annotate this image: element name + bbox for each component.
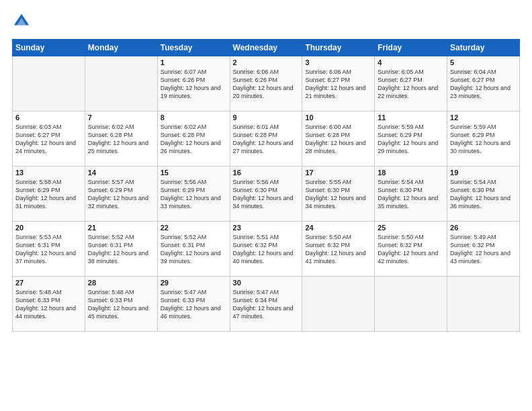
- calendar-cell: 6Sunrise: 6:03 AM Sunset: 6:27 PM Daylig…: [13, 111, 85, 167]
- day-info: Sunrise: 5:51 AM Sunset: 6:32 PM Dayligh…: [233, 233, 300, 266]
- day-number: 29: [161, 279, 227, 287]
- day-info: Sunrise: 6:06 AM Sunset: 6:27 PM Dayligh…: [305, 68, 371, 101]
- logo: [12, 12, 35, 31]
- day-number: 23: [233, 224, 300, 232]
- calendar-header-monday: Monday: [85, 40, 157, 56]
- day-number: 17: [305, 169, 371, 177]
- day-number: 9: [233, 113, 300, 122]
- day-info: Sunrise: 5:59 AM Sunset: 6:29 PM Dayligh…: [378, 123, 444, 156]
- calendar-cell: 9Sunrise: 6:01 AM Sunset: 6:28 PM Daylig…: [230, 111, 302, 167]
- day-info: Sunrise: 6:02 AM Sunset: 6:28 PM Dayligh…: [88, 123, 154, 156]
- day-number: 3: [305, 58, 371, 66]
- day-info: Sunrise: 5:54 AM Sunset: 6:30 PM Dayligh…: [450, 178, 517, 211]
- logo-icon: [12, 12, 31, 31]
- day-number: 7: [88, 113, 154, 122]
- calendar-cell: 1Sunrise: 6:07 AM Sunset: 6:26 PM Daylig…: [157, 56, 230, 111]
- day-info: Sunrise: 6:03 AM Sunset: 6:27 PM Dayligh…: [15, 123, 82, 156]
- calendar-cell: 15Sunrise: 5:56 AM Sunset: 6:29 PM Dayli…: [157, 167, 230, 222]
- calendar-cell: [447, 277, 520, 332]
- day-number: 22: [161, 224, 227, 232]
- day-number: 8: [161, 113, 227, 122]
- calendar-cell: 3Sunrise: 6:06 AM Sunset: 6:27 PM Daylig…: [302, 56, 375, 111]
- calendar-cell: 19Sunrise: 5:54 AM Sunset: 6:30 PM Dayli…: [447, 167, 520, 222]
- day-number: 19: [450, 169, 517, 177]
- calendar-header-wednesday: Wednesday: [230, 40, 302, 56]
- header: [12, 12, 520, 31]
- calendar-cell: [13, 56, 85, 111]
- calendar-week-3: 13Sunrise: 5:58 AM Sunset: 6:29 PM Dayli…: [13, 167, 520, 222]
- calendar-header-thursday: Thursday: [302, 40, 375, 56]
- day-number: 14: [88, 169, 154, 177]
- day-info: Sunrise: 6:04 AM Sunset: 6:27 PM Dayligh…: [450, 68, 517, 101]
- day-info: Sunrise: 5:56 AM Sunset: 6:29 PM Dayligh…: [161, 178, 227, 211]
- calendar-cell: [302, 277, 375, 332]
- day-info: Sunrise: 5:54 AM Sunset: 6:30 PM Dayligh…: [378, 178, 444, 211]
- day-info: Sunrise: 5:57 AM Sunset: 6:29 PM Dayligh…: [88, 178, 154, 211]
- day-info: Sunrise: 5:59 AM Sunset: 6:29 PM Dayligh…: [450, 123, 517, 156]
- day-info: Sunrise: 5:55 AM Sunset: 6:30 PM Dayligh…: [305, 178, 371, 211]
- day-info: Sunrise: 6:01 AM Sunset: 6:28 PM Dayligh…: [233, 123, 300, 156]
- day-number: 5: [450, 58, 517, 66]
- day-info: Sunrise: 5:52 AM Sunset: 6:31 PM Dayligh…: [88, 233, 154, 266]
- calendar-header-friday: Friday: [375, 40, 447, 56]
- calendar-cell: 27Sunrise: 5:48 AM Sunset: 6:33 PM Dayli…: [13, 277, 85, 332]
- day-number: 12: [450, 113, 517, 122]
- day-number: 18: [378, 169, 444, 177]
- calendar: SundayMondayTuesdayWednesdayThursdayFrid…: [12, 39, 520, 332]
- calendar-cell: 12Sunrise: 5:59 AM Sunset: 6:29 PM Dayli…: [447, 111, 520, 167]
- day-info: Sunrise: 5:52 AM Sunset: 6:31 PM Dayligh…: [161, 233, 227, 266]
- day-info: Sunrise: 5:56 AM Sunset: 6:30 PM Dayligh…: [233, 178, 300, 211]
- calendar-week-1: 1Sunrise: 6:07 AM Sunset: 6:26 PM Daylig…: [13, 56, 520, 111]
- calendar-cell: 5Sunrise: 6:04 AM Sunset: 6:27 PM Daylig…: [447, 56, 520, 111]
- day-info: Sunrise: 5:53 AM Sunset: 6:31 PM Dayligh…: [15, 233, 82, 266]
- day-number: 24: [305, 224, 371, 232]
- day-number: 6: [15, 113, 82, 122]
- calendar-cell: 22Sunrise: 5:52 AM Sunset: 6:31 PM Dayli…: [157, 222, 230, 277]
- day-number: 1: [161, 58, 227, 66]
- calendar-cell: 18Sunrise: 5:54 AM Sunset: 6:30 PM Dayli…: [375, 167, 447, 222]
- calendar-cell: 30Sunrise: 5:47 AM Sunset: 6:34 PM Dayli…: [230, 277, 302, 332]
- day-number: 27: [15, 279, 82, 287]
- day-number: 2: [233, 58, 300, 66]
- day-info: Sunrise: 5:49 AM Sunset: 6:32 PM Dayligh…: [450, 233, 517, 266]
- calendar-cell: 29Sunrise: 5:47 AM Sunset: 6:33 PM Dayli…: [157, 277, 230, 332]
- calendar-week-5: 27Sunrise: 5:48 AM Sunset: 6:33 PM Dayli…: [13, 277, 520, 332]
- page: SundayMondayTuesdayWednesdayThursdayFrid…: [0, 0, 532, 411]
- calendar-week-4: 20Sunrise: 5:53 AM Sunset: 6:31 PM Dayli…: [13, 222, 520, 277]
- calendar-cell: 8Sunrise: 6:02 AM Sunset: 6:28 PM Daylig…: [157, 111, 230, 167]
- day-info: Sunrise: 5:47 AM Sunset: 6:33 PM Dayligh…: [161, 288, 227, 321]
- day-number: 25: [378, 224, 444, 232]
- day-info: Sunrise: 5:48 AM Sunset: 6:33 PM Dayligh…: [88, 288, 154, 321]
- calendar-cell: 7Sunrise: 6:02 AM Sunset: 6:28 PM Daylig…: [85, 111, 157, 167]
- day-info: Sunrise: 6:02 AM Sunset: 6:28 PM Dayligh…: [161, 123, 227, 156]
- day-info: Sunrise: 6:07 AM Sunset: 6:26 PM Dayligh…: [161, 68, 227, 101]
- day-number: 21: [88, 224, 154, 232]
- calendar-cell: 4Sunrise: 6:05 AM Sunset: 6:27 PM Daylig…: [375, 56, 447, 111]
- calendar-cell: 11Sunrise: 5:59 AM Sunset: 6:29 PM Dayli…: [375, 111, 447, 167]
- calendar-cell: 20Sunrise: 5:53 AM Sunset: 6:31 PM Dayli…: [13, 222, 85, 277]
- day-number: 30: [233, 279, 300, 287]
- calendar-cell: 25Sunrise: 5:50 AM Sunset: 6:32 PM Dayli…: [375, 222, 447, 277]
- day-number: 20: [15, 224, 82, 232]
- calendar-cell: 17Sunrise: 5:55 AM Sunset: 6:30 PM Dayli…: [302, 167, 375, 222]
- day-info: Sunrise: 6:06 AM Sunset: 6:26 PM Dayligh…: [233, 68, 300, 101]
- day-info: Sunrise: 5:50 AM Sunset: 6:32 PM Dayligh…: [305, 233, 371, 266]
- calendar-header-tuesday: Tuesday: [157, 40, 230, 56]
- calendar-cell: 10Sunrise: 6:00 AM Sunset: 6:28 PM Dayli…: [302, 111, 375, 167]
- day-number: 10: [305, 113, 371, 122]
- day-number: 4: [378, 58, 444, 66]
- calendar-cell: [375, 277, 447, 332]
- day-info: Sunrise: 5:48 AM Sunset: 6:33 PM Dayligh…: [15, 288, 82, 321]
- day-number: 26: [450, 224, 517, 232]
- day-number: 15: [161, 169, 227, 177]
- calendar-header-row: SundayMondayTuesdayWednesdayThursdayFrid…: [13, 40, 520, 56]
- calendar-header-saturday: Saturday: [447, 40, 520, 56]
- day-number: 28: [88, 279, 154, 287]
- day-info: Sunrise: 6:00 AM Sunset: 6:28 PM Dayligh…: [305, 123, 371, 156]
- calendar-cell: 21Sunrise: 5:52 AM Sunset: 6:31 PM Dayli…: [85, 222, 157, 277]
- day-info: Sunrise: 5:50 AM Sunset: 6:32 PM Dayligh…: [378, 233, 444, 266]
- calendar-cell: 2Sunrise: 6:06 AM Sunset: 6:26 PM Daylig…: [230, 56, 302, 111]
- day-info: Sunrise: 5:58 AM Sunset: 6:29 PM Dayligh…: [15, 178, 82, 211]
- calendar-header-sunday: Sunday: [13, 40, 85, 56]
- day-info: Sunrise: 6:05 AM Sunset: 6:27 PM Dayligh…: [378, 68, 444, 101]
